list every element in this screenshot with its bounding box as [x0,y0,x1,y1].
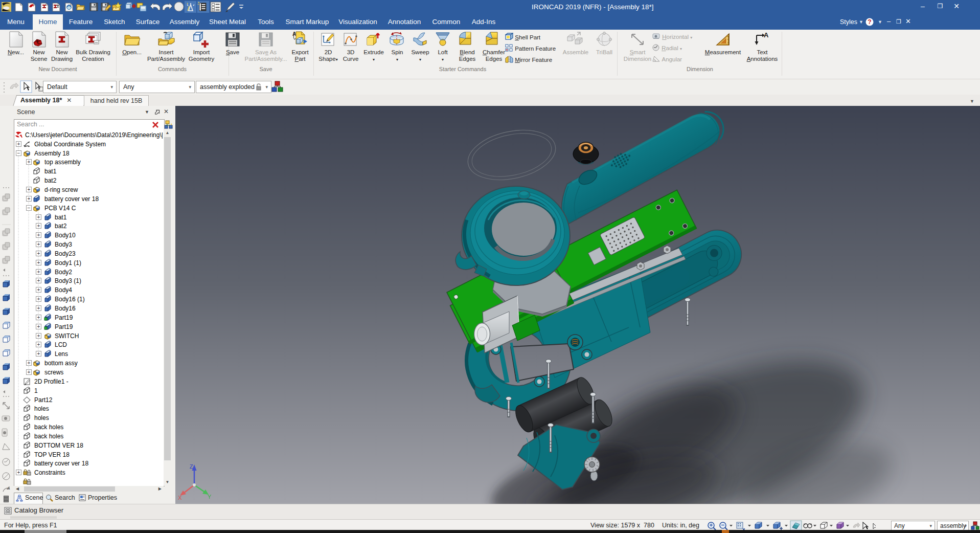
svg-text:Y: Y [208,494,212,500]
svg-text:Z: Z [190,463,193,470]
svg-text:A: A [7,486,10,491]
svg-text:X: X [178,495,182,501]
svg-text:?: ? [868,18,871,26]
svg-text:A: A [764,31,769,39]
